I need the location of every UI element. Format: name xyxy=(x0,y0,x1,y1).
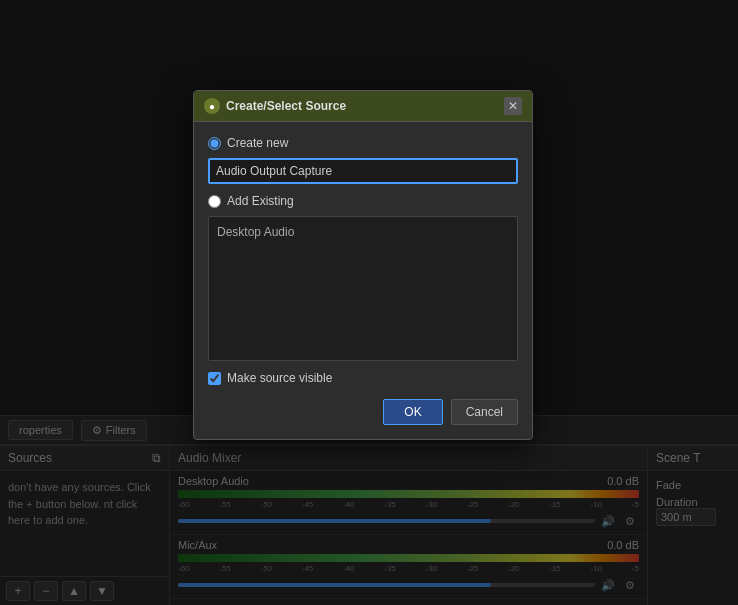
make-source-visible-row: Make source visible xyxy=(208,371,518,385)
create-new-label: Create new xyxy=(227,136,288,150)
ok-button[interactable]: OK xyxy=(383,399,442,425)
dialog-titlebar: ● Create/Select Source ✕ xyxy=(194,91,532,122)
source-name-input[interactable] xyxy=(208,158,518,184)
make-source-visible-checkbox[interactable] xyxy=(208,372,221,385)
dialog-footer: OK Cancel xyxy=(208,399,518,425)
dialog-title-left: ● Create/Select Source xyxy=(204,98,346,114)
dialog-app-icon: ● xyxy=(204,98,220,114)
existing-sources-list[interactable]: Desktop Audio xyxy=(208,216,518,361)
list-item-text: Desktop Audio xyxy=(217,225,294,239)
create-select-source-dialog: ● Create/Select Source ✕ Create new Add … xyxy=(193,90,533,440)
add-existing-radio-row: Add Existing xyxy=(208,194,518,208)
create-new-radio-row: Create new xyxy=(208,136,518,150)
add-existing-label: Add Existing xyxy=(227,194,294,208)
dialog-body: Create new Add Existing Desktop Audio Ma… xyxy=(194,122,532,439)
add-existing-radio[interactable] xyxy=(208,195,221,208)
create-new-radio[interactable] xyxy=(208,137,221,150)
dialog-title: Create/Select Source xyxy=(226,99,346,113)
modal-overlay: ● Create/Select Source ✕ Create new Add … xyxy=(0,0,738,605)
dialog-close-button[interactable]: ✕ xyxy=(504,97,522,115)
cancel-button[interactable]: Cancel xyxy=(451,399,518,425)
list-item[interactable]: Desktop Audio xyxy=(209,221,517,243)
make-source-visible-label: Make source visible xyxy=(227,371,332,385)
